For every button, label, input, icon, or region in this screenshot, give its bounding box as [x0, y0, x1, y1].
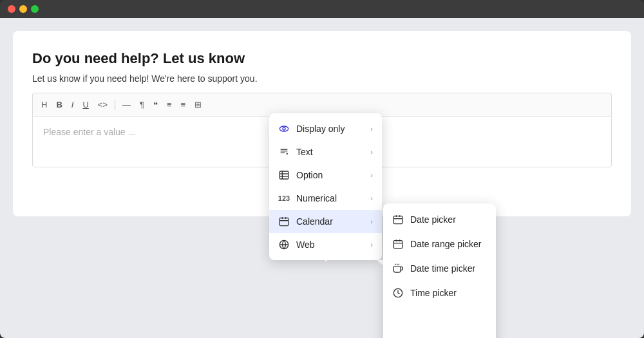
svg-rect-15: [393, 241, 402, 249]
menu-item-display-only[interactable]: Display only ›: [269, 117, 382, 140]
menu-item-text[interactable]: Text ›: [269, 140, 382, 164]
svg-rect-2: [279, 171, 288, 179]
svg-rect-6: [279, 218, 288, 226]
menu-item-text-left: Text: [278, 146, 313, 158]
toolbar-dash[interactable]: —: [120, 99, 133, 111]
submenu-date-picker[interactable]: Date picker: [383, 207, 496, 232]
date-picker-label: Date picker: [410, 214, 456, 225]
submenu-time-picker[interactable]: Time picker: [383, 281, 496, 305]
toolbar-ul[interactable]: ≡: [165, 99, 174, 111]
date-time-picker-icon: [392, 263, 404, 274]
menu-item-text-label: Text: [296, 147, 313, 157]
numerical-icon: 123: [278, 192, 290, 204]
display-only-chevron: ›: [370, 125, 373, 133]
content-area: Do you need help? Let us know Let us kno…: [0, 18, 644, 338]
svg-rect-11: [393, 216, 402, 224]
menu-item-web-label: Web: [296, 239, 315, 250]
toolbar-quote[interactable]: ❝: [151, 99, 160, 111]
display-only-icon: [278, 123, 290, 135]
menu-item-numerical[interactable]: 123 Numerical ›: [269, 187, 382, 210]
maximize-dot[interactable]: [31, 5, 39, 13]
toolbar-ol[interactable]: ≡: [179, 99, 188, 111]
menu-item-display-only-left: Display only: [278, 123, 345, 135]
menu-item-numerical-label: Numerical: [296, 193, 337, 203]
web-chevron: ›: [370, 241, 373, 249]
menu-item-calendar-left: Calendar: [278, 216, 333, 227]
main-dropdown-menu: Display only › Text: [269, 113, 382, 260]
titlebar: [0, 0, 644, 18]
option-icon: [278, 169, 290, 181]
toolbar-sep1: [115, 100, 115, 110]
submenu-date-time-picker[interactable]: Date time picker: [383, 256, 496, 281]
menu-item-calendar-label: Calendar: [296, 216, 333, 227]
toolbar-b[interactable]: B: [54, 99, 64, 111]
form-title: Do you need help? Let us know: [32, 50, 612, 67]
menu-item-web-left: Web: [278, 239, 315, 250]
date-picker-icon: [392, 214, 404, 225]
toolbar-h[interactable]: H: [39, 99, 49, 111]
calendar-icon: [278, 216, 290, 227]
time-picker-icon: [392, 287, 404, 299]
date-range-picker-label: Date range picker: [410, 239, 482, 249]
menu-item-calendar[interactable]: Calendar ›: [269, 210, 382, 233]
editor-placeholder: Please enter a value ...: [43, 127, 135, 137]
dropdown-container: Display only › Text: [269, 113, 496, 260]
form-subtitle: Let us know if you need help! We're here…: [32, 73, 612, 84]
date-time-picker-label: Date time picker: [410, 263, 475, 274]
menu-item-option[interactable]: Option ›: [269, 164, 382, 187]
calendar-submenu: Date picker Date range picker: [383, 203, 496, 338]
numerical-chevron: ›: [370, 194, 373, 202]
close-dot[interactable]: [8, 5, 15, 13]
menu-item-numerical-left: 123 Numerical: [278, 192, 337, 204]
menu-item-display-only-label: Display only: [296, 124, 345, 134]
web-icon: [278, 239, 290, 250]
toolbar-i[interactable]: I: [70, 99, 76, 111]
calendar-chevron: ›: [370, 218, 373, 225]
toolbar-para[interactable]: ¶: [138, 99, 146, 111]
svg-point-0: [279, 126, 288, 131]
text-chevron: ›: [370, 148, 373, 156]
editor-toolbar: H B I U <> — ¶ ❝ ≡ ≡ ⊞: [32, 93, 612, 116]
svg-point-1: [283, 127, 285, 130]
menu-item-option-left: Option: [278, 169, 323, 181]
app-window: Do you need help? Let us know Let us kno…: [0, 0, 644, 338]
text-icon: [278, 146, 290, 158]
time-picker-label: Time picker: [410, 288, 457, 298]
minimize-dot[interactable]: [19, 5, 27, 13]
option-chevron: ›: [370, 171, 373, 179]
menu-item-option-label: Option: [296, 170, 323, 180]
toolbar-code[interactable]: <>: [96, 99, 109, 111]
menu-item-web[interactable]: Web ›: [269, 233, 382, 256]
submenu-date-range-picker[interactable]: Date range picker: [383, 232, 496, 256]
date-range-picker-icon: [392, 238, 404, 250]
toolbar-u[interactable]: U: [80, 99, 90, 111]
toolbar-table[interactable]: ⊞: [193, 99, 204, 111]
